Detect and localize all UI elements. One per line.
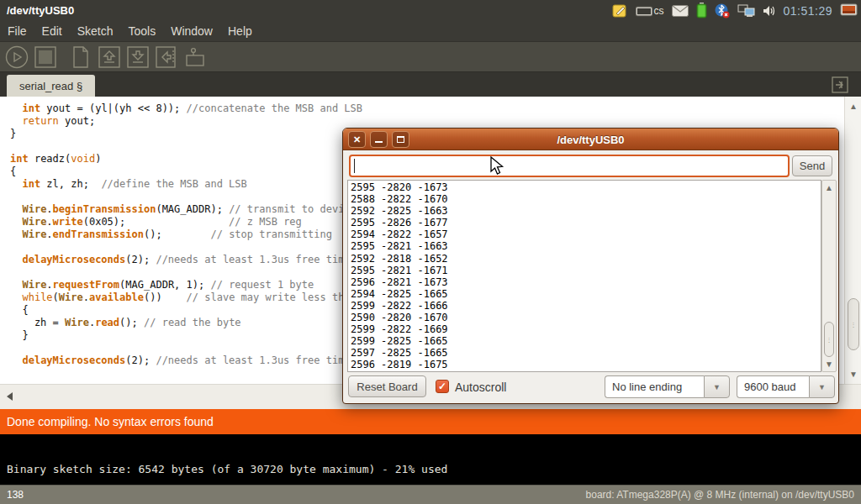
- session-menu-icon[interactable]: [840, 3, 858, 18]
- open-icon[interactable]: [97, 45, 121, 69]
- code-line: Wire.requestFrom(MAG_ADDR, 1); // reques…: [10, 279, 362, 291]
- compile-status-bar: Done compiling. No syntax errors found: [0, 409, 861, 434]
- menu-file[interactable]: File: [0, 24, 34, 38]
- code-line: int readz(void): [10, 153, 362, 165]
- new-sketch-icon[interactable]: [68, 45, 92, 69]
- editor-vertical-scrollbar[interactable]: ▲ ⋮ ▼: [844, 97, 861, 384]
- new-tab-icon[interactable]: [831, 76, 849, 94]
- maximize-icon[interactable]: [392, 131, 409, 148]
- serial-monitor-window: /dev/ttyUSB0 ✕ Send 2595 -2820 -16732588…: [342, 128, 839, 404]
- menu-help[interactable]: Help: [220, 24, 260, 38]
- code-line: delayMicroseconds(2); //needs at least 1…: [10, 254, 362, 266]
- verify-icon[interactable]: [4, 45, 29, 69]
- battery-icon[interactable]: [696, 3, 707, 18]
- mail-icon[interactable]: [672, 5, 689, 17]
- stop-icon[interactable]: [33, 45, 57, 69]
- serial-output-line: 2594 -2822 -1657: [351, 228, 818, 240]
- console-output: Binary sketch size: 6542 bytes (of a 307…: [7, 463, 447, 475]
- clock[interactable]: 01:51:29: [784, 4, 833, 18]
- scroll-up-icon[interactable]: ▲: [845, 102, 861, 111]
- autoscroll-label: Autoscroll: [455, 381, 506, 394]
- code-line: int yout = (yl|(yh << 8)); //concatenate…: [10, 102, 362, 115]
- keyboard-layout-indicator[interactable]: cs: [636, 5, 664, 17]
- screen: /dev/ttyUSB0 cs 01:5: [0, 0, 861, 504]
- code-line: [10, 191, 362, 203]
- text-caret: [354, 159, 355, 173]
- save-icon[interactable]: [125, 45, 150, 69]
- code-line: {: [10, 304, 362, 317]
- code-line: }: [10, 329, 362, 342]
- code-line: zh = Wire.read(); // read the byte: [10, 317, 362, 329]
- minimize-icon[interactable]: [370, 131, 388, 148]
- serial-output-line: 2592 -2818 -1652: [351, 253, 818, 265]
- code-line: Wire.beginTransmission(MAG_ADDR); // tra…: [10, 203, 362, 216]
- serial-output-line: 2599 -2822 -1666: [351, 300, 818, 312]
- menu-edit[interactable]: Edit: [34, 24, 70, 38]
- keyboard-layout-label: cs: [654, 5, 664, 17]
- code-line: [10, 241, 362, 254]
- serial-monitor-title: /dev/ttyUSB0: [343, 129, 838, 150]
- scroll-left-icon[interactable]: [7, 392, 13, 401]
- serial-output-line: 2599 -2822 -1669: [351, 323, 818, 335]
- line-ending-select[interactable]: No line ending: [605, 375, 704, 398]
- code-line: Wire.endTransmission(); // stop transmit…: [10, 228, 362, 241]
- code-line: [10, 140, 362, 153]
- close-icon[interactable]: ✕: [348, 131, 366, 148]
- volume-icon[interactable]: [763, 4, 776, 18]
- cursor-line-number: 138: [7, 489, 24, 501]
- scroll-down-icon[interactable]: ▼: [845, 370, 861, 379]
- serial-monitor-icon[interactable]: [182, 45, 207, 69]
- editor-scrollbar-thumb[interactable]: ⋮: [848, 298, 859, 350]
- baud-rate-select[interactable]: 9600 baud: [737, 375, 809, 398]
- serial-output-line: 2595 -2826 -1677: [351, 217, 818, 228]
- system-tray: cs 01:51:29: [612, 0, 858, 21]
- baud-dropdown-arrow-icon[interactable]: ▼: [809, 375, 835, 398]
- ide-toolbar: [0, 42, 861, 72]
- upload-icon[interactable]: [154, 45, 178, 69]
- bluetooth-icon[interactable]: [715, 3, 730, 18]
- active-window-title: /dev/ttyUSB0: [7, 4, 74, 17]
- code-line: return yout;: [10, 115, 362, 128]
- scroll-down-icon[interactable]: ▼: [822, 360, 836, 369]
- serial-output-line: 2590 -2820 -1670: [351, 312, 818, 323]
- menu-window[interactable]: Window: [163, 24, 220, 38]
- code-line: int zl, zh; //define the MSB and LSB: [10, 178, 362, 191]
- compile-message: Done compiling. No syntax errors found: [7, 415, 214, 428]
- note-icon[interactable]: [612, 3, 628, 18]
- code-line: Wire.write(0x05); // z MSB reg: [10, 216, 362, 228]
- menu-tools[interactable]: Tools: [121, 24, 164, 38]
- serial-output-line: 2595 -2821 -1663: [351, 240, 818, 252]
- serial-output-line: 2588 -2822 -1670: [351, 193, 818, 205]
- scroll-up-icon[interactable]: ▲: [822, 183, 836, 192]
- line-ending-dropdown-arrow-icon[interactable]: ▼: [704, 375, 730, 398]
- footer-status-bar: 138 board: ATmega328P(A) @ 8 MHz (intern…: [0, 485, 861, 504]
- menu-bar: FileEditSketchToolsWindowHelp: [0, 21, 861, 42]
- code-line: {: [10, 165, 362, 178]
- tab-serial-read[interactable]: serial_read §: [7, 75, 95, 97]
- code-line: }: [10, 128, 362, 140]
- autoscroll-checkbox[interactable]: ✓: [436, 380, 449, 393]
- serial-output-area[interactable]: 2595 -2820 -16732588 -2822 -16702592 -28…: [347, 180, 821, 372]
- serial-output-line: 2596 -2819 -1675: [351, 359, 818, 370]
- serial-send-input[interactable]: [349, 155, 790, 177]
- code-line: [10, 342, 362, 354]
- serial-output-scrollbar[interactable]: ▲ ⋮ ▼: [821, 180, 837, 372]
- code-line: delayMicroseconds(2); //needs at least 1…: [10, 354, 362, 367]
- serial-output-line: 2595 -2820 -1673: [351, 181, 818, 193]
- code-line: while(Wire.available()) // slave may wri…: [10, 291, 362, 304]
- serial-output-line: 2595 -2821 -1671: [351, 265, 818, 276]
- reset-board-button[interactable]: Reset Board: [348, 375, 426, 397]
- serial-scrollbar-thumb[interactable]: ⋮: [824, 322, 834, 357]
- build-console: Binary sketch size: 6542 bytes (of a 307…: [0, 434, 861, 485]
- network-icon[interactable]: [737, 3, 755, 18]
- code-line: [10, 266, 362, 279]
- serial-output-line: 2596 -2821 -1673: [351, 276, 818, 288]
- serial-output-line: 2599 -2825 -1665: [351, 335, 818, 347]
- send-button[interactable]: Send: [792, 155, 832, 176]
- serial-output-line: 2594 -2825 -1665: [351, 288, 818, 300]
- menu-sketch[interactable]: Sketch: [70, 24, 121, 38]
- serial-output-line: 2592 -2825 -1663: [351, 205, 818, 217]
- code-area: int yout = (yl|(yh << 8)); //concatenate…: [10, 102, 362, 367]
- serial-monitor-titlebar[interactable]: /dev/ttyUSB0 ✕: [343, 129, 838, 150]
- board-info: board: ATmega328P(A) @ 8 MHz (internal) …: [586, 489, 854, 501]
